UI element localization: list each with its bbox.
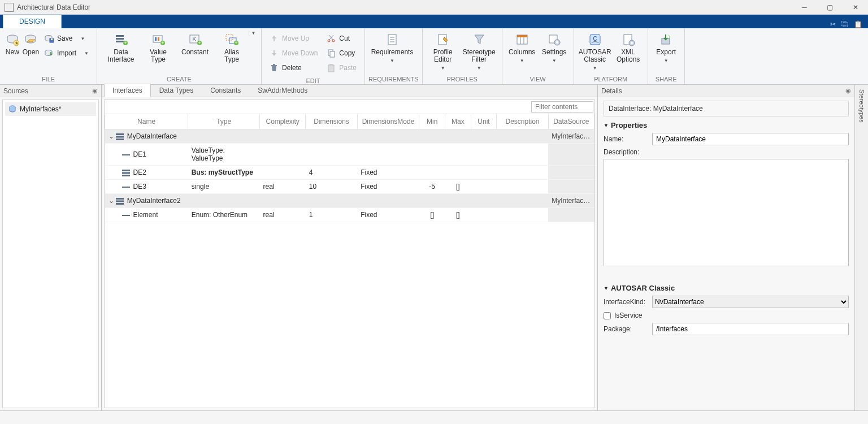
arrow-up-icon [270,34,279,43]
qat-paste-icon[interactable]: 📋 [854,20,862,28]
struct-icon [116,133,124,140]
col-unit[interactable]: Unit [471,114,497,129]
tab-data-types[interactable]: Data Types [151,84,202,97]
new-button[interactable]: ★ New [3,31,21,58]
qat-copy-icon[interactable]: ⿻ [841,20,848,28]
struct-icon [122,170,130,176]
table-row[interactable]: ElementEnum: OtherEnumreal1Fixed[][] [105,208,594,222]
filter-input[interactable] [531,101,593,113]
copy-button[interactable]: Copy [324,46,359,60]
svg-rect-55 [122,170,130,171]
save-button[interactable]: Save ▼ [42,32,91,45]
svg-rect-58 [122,187,130,188]
description-field[interactable] [604,159,849,266]
group-label-create: CREATE [101,74,258,84]
details-title: Details [601,87,622,95]
xml-options-button[interactable]: XML Options [613,31,644,66]
filter-icon [472,33,486,46]
chevron-down-icon: ▼ [604,285,609,291]
close-button[interactable]: ✕ [843,0,868,14]
table-row[interactable]: DE2Bus: myStructType4Fixed [105,166,594,180]
constant-button[interactable]: K+ Constant [175,31,215,58]
stereotype-filter-button[interactable]: Stereotype Filter ▼ [460,31,498,73]
export-button[interactable]: Export ▼ [652,31,681,66]
properties-section-toggle[interactable]: ▼ Properties [604,121,849,129]
source-item[interactable]: MyInterfaces* [5,102,96,116]
svg-rect-10 [116,41,124,42]
col-datasource[interactable]: DataSource [548,114,594,129]
svg-rect-9 [116,38,124,40]
svg-point-43 [556,41,558,44]
value-type-button[interactable]: + Value Type [141,31,175,66]
tab-swaddr[interactable]: SwAddrMethods [249,84,316,97]
maximize-button[interactable]: ▢ [817,0,843,14]
sources-menu-icon[interactable]: ◉ [92,87,98,94]
interfacekind-select[interactable]: NvDataInterface [652,296,849,308]
autosar-section-toggle[interactable]: ▼ AUTOSAR Classic [604,284,849,292]
name-field[interactable] [652,133,849,145]
col-description[interactable]: Description [497,114,548,129]
settings-dropdown-icon: ▼ [552,58,557,63]
tab-constants[interactable]: Constants [202,84,249,97]
tab-interfaces[interactable]: Interfaces [104,84,151,97]
chevron-down-icon[interactable]: ⌄ [108,132,114,140]
isservice-label: IsService [614,311,642,319]
package-field[interactable] [652,323,849,335]
table-row[interactable]: DE3singlereal10Fixed-5[] [105,180,594,194]
svg-rect-29 [330,51,335,57]
autosar-classic-button[interactable]: C AUTOSAR Classic ▼ [578,31,613,73]
requirements-button[interactable]: Requirements ▼ [368,31,416,66]
name-label: Name: [604,135,648,143]
svg-point-27 [332,40,335,42]
line-icon [122,212,130,219]
data-interface-button[interactable]: + Data Interface [101,31,141,66]
columns-button[interactable]: Columns ▼ [506,31,539,66]
table-row[interactable]: DE1ValueType: ValueType [105,144,594,166]
col-dimensionsmode[interactable]: DimensionsMode [357,114,419,129]
svg-rect-15 [158,37,159,41]
chevron-down-icon[interactable]: ⌄ [108,197,114,205]
group-label-view: VIEW [506,74,570,84]
minimize-button[interactable]: ─ [792,0,817,14]
open-button[interactable]: Open [21,31,40,58]
cut-icon [327,34,336,43]
col-name[interactable]: Name [105,114,188,129]
arrow-down-icon [270,49,279,58]
new-icon: ★ [6,33,19,46]
col-dimensions[interactable]: Dimensions [306,114,357,129]
col-complexity[interactable]: Complexity [260,114,306,129]
svg-text:+: + [198,40,201,46]
svg-rect-8 [116,35,124,37]
data-interface-icon: + [114,33,128,46]
columns-icon [515,33,529,46]
profile-editor-icon [436,33,450,46]
window-title: Architectural Data Editor [17,3,792,11]
import-button[interactable]: Import ▼ [42,46,91,60]
save-icon [45,34,54,43]
alias-type-icon: + [225,33,238,46]
ribbon-tab-design[interactable]: DESIGN [3,14,62,28]
interfacekind-label: InterfaceKind: [604,298,648,306]
settings-button[interactable]: Settings ▼ [539,31,570,66]
col-min[interactable]: Min [419,114,445,129]
cut-button[interactable]: Cut [324,32,359,45]
delete-button[interactable]: Delete [267,61,320,75]
trash-icon [270,63,279,72]
stereotypes-tab[interactable]: Stereotypes [858,89,865,123]
col-max[interactable]: Max [445,114,471,129]
svg-point-26 [328,40,330,42]
table-row[interactable]: ⌄ MyDataInterface2MyInterface... [105,194,594,208]
col-type[interactable]: Type [188,114,260,129]
alias-type-button[interactable]: + Alias Type [215,31,249,66]
line-icon [122,152,130,158]
details-menu-icon[interactable]: ◉ [845,87,851,94]
isservice-checkbox[interactable] [604,312,611,319]
qat-cut-icon[interactable]: ✂ [830,20,836,28]
svg-rect-59 [116,198,124,200]
create-expand-toggle[interactable]: ▼ [249,31,258,36]
svg-rect-51 [116,133,124,135]
svg-text:+: + [161,40,164,46]
group-label-platform: PLATFORM [578,74,644,84]
table-row[interactable]: ⌄ MyDataInterfaceMyInterface... [105,129,594,144]
profile-editor-button[interactable]: Profile Editor ▼ [426,31,460,73]
